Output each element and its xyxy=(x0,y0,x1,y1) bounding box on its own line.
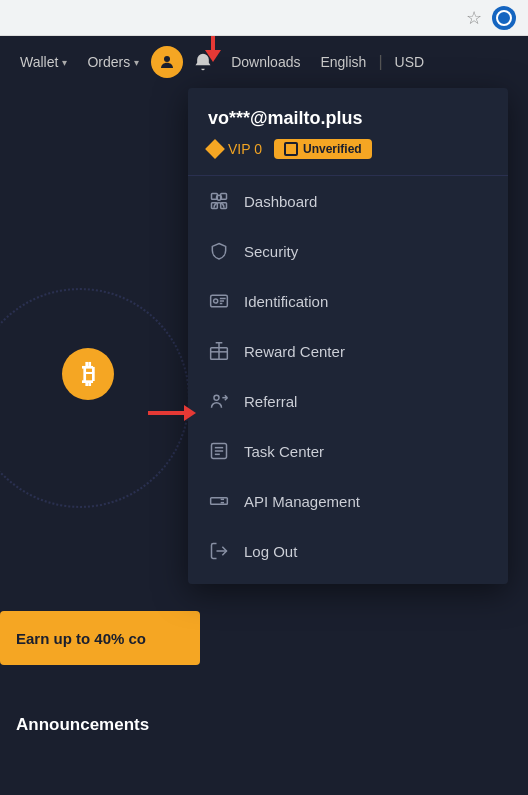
svg-point-5 xyxy=(217,195,222,200)
svg-point-0 xyxy=(164,56,170,62)
vip-diamond-icon xyxy=(205,139,225,159)
nav-orders[interactable]: Orders ▾ xyxy=(79,50,147,74)
menu-item-api-management[interactable]: API Management xyxy=(188,476,508,526)
svg-point-13 xyxy=(214,395,219,400)
security-shield-icon xyxy=(208,240,230,262)
announcements-heading: Announcements xyxy=(16,715,149,735)
side-arrow-indicator xyxy=(148,405,196,421)
wallet-caret-icon: ▾ xyxy=(62,57,67,68)
menu-item-task-center[interactable]: Task Center xyxy=(188,426,508,476)
svg-rect-21 xyxy=(211,498,228,505)
api-icon xyxy=(208,490,230,512)
svg-point-7 xyxy=(214,299,218,303)
dashboard-icon xyxy=(208,190,230,212)
browser-logo-icon xyxy=(492,6,516,30)
task-center-icon xyxy=(208,440,230,462)
bitcoin-coin-icon: ₿ xyxy=(62,348,114,400)
user-email: vo***@mailto.plus xyxy=(208,108,488,129)
arrow-shaft xyxy=(211,36,215,50)
menu-item-log-out[interactable]: Log Out xyxy=(188,526,508,576)
nav-downloads[interactable]: Downloads xyxy=(223,50,308,74)
browser-chrome: ☆ xyxy=(0,0,528,36)
user-account-icon[interactable] xyxy=(151,46,183,78)
arrow-shaft xyxy=(148,411,184,415)
top-arrow-indicator xyxy=(205,36,221,62)
nav-wallet[interactable]: Wallet ▾ xyxy=(12,50,75,74)
nav-usd[interactable]: USD xyxy=(387,50,433,74)
bookmark-icon[interactable]: ☆ xyxy=(466,7,482,29)
logout-icon xyxy=(208,540,230,562)
unverified-badge[interactable]: Unverified xyxy=(274,139,372,159)
nav-english[interactable]: English xyxy=(312,50,374,74)
earn-banner[interactable]: Earn up to 40% co xyxy=(0,611,200,665)
identification-icon xyxy=(208,290,230,312)
menu-item-security[interactable]: Security xyxy=(188,226,508,276)
menu-item-identification[interactable]: Identification xyxy=(188,276,508,326)
user-meta-row: VIP 0 Unverified xyxy=(208,139,488,159)
nav-divider: | xyxy=(378,53,382,71)
id-card-icon xyxy=(284,142,298,156)
user-dropdown-menu: vo***@mailto.plus VIP 0 Unverified xyxy=(188,88,508,584)
referral-icon xyxy=(208,390,230,412)
reward-icon xyxy=(208,340,230,362)
orders-caret-icon: ▾ xyxy=(134,57,139,68)
menu-item-dashboard[interactable]: Dashboard xyxy=(188,176,508,226)
menu-item-reward-center[interactable]: Reward Center xyxy=(188,326,508,376)
arrow-head xyxy=(184,405,196,421)
arrow-head xyxy=(205,50,221,62)
user-info-header: vo***@mailto.plus VIP 0 Unverified xyxy=(188,88,508,176)
vip-badge: VIP 0 xyxy=(208,141,262,157)
navbar: Wallet ▾ Orders ▾ Downloads English | US… xyxy=(0,36,528,88)
menu-item-referral[interactable]: Referral xyxy=(188,376,508,426)
